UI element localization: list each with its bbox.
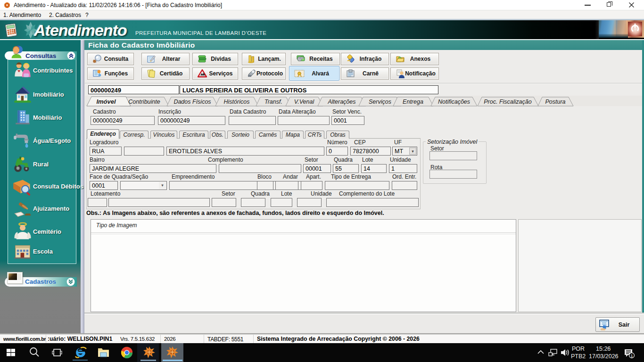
svg-text:Notificações: Notificações xyxy=(438,99,470,105)
svg-text:Contribuinte: Contribuinte xyxy=(128,99,160,105)
svg-text:1: 1 xyxy=(630,354,633,358)
svg-text:Transf.: Transf. xyxy=(264,99,282,105)
svg-text:Dados Físicos: Dados Físicos xyxy=(173,99,211,105)
svg-text:Alterações: Alterações xyxy=(327,99,355,105)
svg-text:V.Venal: V.Venal xyxy=(294,99,315,105)
svg-text:Entrega: Entrega xyxy=(403,99,423,105)
svg-text:Serviços: Serviços xyxy=(369,99,391,105)
svg-text:Postura: Postura xyxy=(545,99,565,105)
svg-text:Imóvel: Imóvel xyxy=(96,98,116,105)
svg-text:Históricos: Históricos xyxy=(224,99,250,105)
svg-text:Proc. Fiscalização: Proc. Fiscalização xyxy=(484,99,531,105)
